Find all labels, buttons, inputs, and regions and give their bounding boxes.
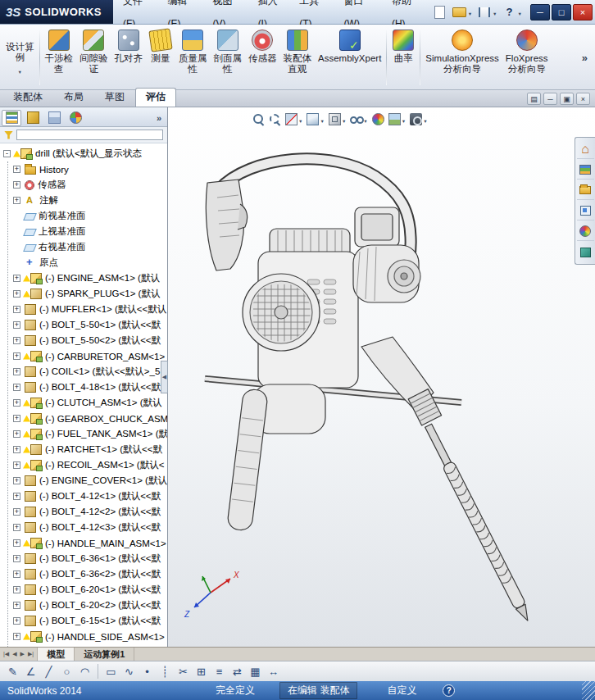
view-tool-button[interactable] [371, 112, 385, 126]
view-tool-button[interactable] [306, 112, 325, 126]
ribbon-command[interactable]: 装配体 直观 [280, 26, 316, 89]
tree-item[interactable]: (-) BOLT_6-15<1> (默认<<默 [0, 613, 167, 629]
ribbon-command[interactable]: 剖面属 性 [211, 26, 246, 89]
sketch-tool-button[interactable]: • [139, 663, 156, 680]
expand-toggle-icon[interactable] [13, 384, 20, 391]
task-pane-tab[interactable] [577, 181, 594, 200]
ribbon-command[interactable]: FloXpress 分析向导 [502, 26, 552, 89]
ribbon-command[interactable]: 测量 [146, 26, 175, 89]
expand-toggle-icon[interactable] [13, 430, 20, 438]
model-tab[interactable]: 运动算例1 [75, 648, 134, 661]
tree-item[interactable]: (-) RATCHET<1> (默认<<默 [0, 442, 167, 457]
scroll-prev-icon[interactable]: ◀ [11, 651, 17, 657]
ribbon-command[interactable]: 干涉检 查 [42, 26, 77, 89]
quick-access-button[interactable] [501, 4, 524, 20]
tree-item[interactable]: (-) ENGINE_COVER<1> (默认 [0, 473, 167, 489]
ribbon-command[interactable]: 传感器 [245, 26, 280, 89]
command-tab[interactable]: 评估 [135, 88, 176, 107]
scroll-first-icon[interactable]: |◀ [2, 651, 10, 657]
command-tab[interactable]: 装配体 [2, 88, 53, 107]
task-pane-tab[interactable] [577, 202, 594, 220]
sketch-tool-button[interactable]: ✂ [175, 663, 192, 680]
doc-restore-icon[interactable]: ▣ [560, 93, 574, 105]
expand-toggle-icon[interactable] [13, 415, 20, 422]
tree-item[interactable]: 传感器 [0, 177, 167, 193]
view-tool-button[interactable] [328, 112, 347, 126]
sketch-tool-button[interactable]: ◠ [76, 663, 93, 680]
expand-toggle-icon[interactable] [13, 306, 20, 313]
doc-minimize-icon[interactable]: ─ [543, 93, 557, 105]
tree-item[interactable]: (-) RECOIL_ASM<1> (默认< [0, 457, 167, 473]
ribbon-command[interactable]: 孔对齐 [111, 26, 147, 89]
panel-collapse-button[interactable]: ◀ [161, 361, 168, 393]
filter-input[interactable] [16, 130, 163, 140]
tree-item[interactable]: (-) COIL<1> (默认<<默认>_5 [0, 364, 167, 380]
tree-item[interactable]: (-) HANDLE_MAIN_ASM<1> [0, 535, 167, 551]
tree-item[interactable]: (-) BOLT_6-20<1> (默认<<默 [0, 582, 167, 598]
resize-grip[interactable] [582, 681, 595, 700]
custom-status-label[interactable]: 自定义 [387, 684, 416, 698]
quick-access-button[interactable] [475, 4, 498, 20]
expand-toggle-icon[interactable] [13, 197, 20, 204]
command-tab[interactable]: 草图 [94, 88, 135, 107]
expand-toggle-icon[interactable] [13, 539, 20, 547]
sketch-tool-button[interactable]: ≡ [211, 663, 228, 680]
tree-item[interactable]: (-) ENGINE_ASM<1> (默认 [0, 270, 167, 286]
expand-toggle-icon[interactable] [13, 337, 20, 344]
view-tool-button[interactable] [388, 112, 407, 126]
expand-toggle-icon[interactable] [13, 508, 20, 516]
ribbon-overflow-button[interactable]: » [576, 52, 593, 64]
expand-toggle-icon[interactable] [13, 275, 20, 282]
sketch-tool-button[interactable]: ┊ [157, 663, 174, 680]
tree-item[interactable]: (-) HANDLE_SIDE_ASM<1> [0, 629, 167, 644]
task-pane-tab[interactable] [577, 140, 594, 159]
expand-toggle-icon[interactable] [13, 602, 20, 609]
expand-toggle-icon[interactable] [13, 461, 20, 469]
tree-item[interactable]: 注解 [0, 193, 167, 208]
tree-item[interactable]: (-) BOLT_5-50<2> (默认<<默 [0, 333, 167, 348]
sketch-tool-button[interactable]: ╱ [40, 663, 57, 680]
expand-toggle-icon[interactable] [13, 446, 20, 453]
model-tab[interactable]: 模型 [38, 648, 75, 661]
ribbon-command[interactable]: 间隙验 证 [76, 26, 111, 89]
tree-item[interactable]: (-) BOLT_6-20<2> (默认<<默 [0, 598, 167, 613]
ribbon-command[interactable]: AssemblyXpert [315, 26, 384, 89]
tree-item[interactable]: (-) CARBURETOR_ASM<1> [0, 348, 167, 364]
close-button[interactable]: × [573, 4, 593, 20]
scroll-last-icon[interactable]: ▶| [27, 651, 34, 657]
view-tool-button[interactable] [268, 112, 282, 126]
tree-item[interactable]: History [0, 161, 167, 177]
tree-item[interactable]: 原点 [0, 255, 167, 270]
quick-access-button[interactable] [451, 4, 474, 20]
ribbon-command[interactable]: 设计算 例 [2, 26, 38, 89]
expand-toggle-icon[interactable] [13, 633, 20, 640]
expand-toggle-icon[interactable] [13, 368, 20, 375]
tree-item[interactable]: (-) BOLT_4-12<3> (默认<<默 [0, 520, 167, 535]
tree-item[interactable]: (-) BOLT_5-50<1> (默认<<默 [0, 317, 167, 333]
ribbon-command[interactable]: 曲率 [388, 26, 418, 89]
ribbon-command[interactable]: SimulationXpress 分析向导 [422, 26, 502, 89]
expand-toggle-icon[interactable] [3, 150, 11, 157]
sketch-tool-button[interactable]: ∠ [22, 663, 39, 680]
status-help-icon[interactable]: ? [443, 684, 455, 697]
manager-tab[interactable] [23, 110, 43, 126]
expand-toggle-icon[interactable] [13, 617, 20, 625]
task-pane-tab[interactable] [577, 161, 594, 180]
tree-item[interactable]: drill (默认<默认_显示状态 [0, 146, 167, 161]
sketch-tool-button[interactable]: ▭ [102, 663, 120, 680]
tree-item[interactable]: 前视基准面 [0, 208, 167, 224]
sketch-tool-button[interactable]: ○ [58, 663, 75, 680]
tree-item[interactable]: (-) SPARK_PLUG<1> (默认 [0, 286, 167, 302]
tree-item[interactable]: 上视基准面 [0, 224, 167, 239]
expand-toggle-icon[interactable] [13, 166, 20, 173]
view-tool-button[interactable] [349, 112, 368, 126]
ribbon-command[interactable]: 质量属 性 [175, 26, 211, 89]
sketch-tool-button[interactable]: ✎ [4, 663, 21, 680]
doc-windows-icon[interactable]: ▤ [527, 93, 541, 105]
manager-tab[interactable] [44, 110, 64, 126]
expand-toggle-icon[interactable] [13, 493, 20, 500]
tree-item[interactable]: (-) BOLT_6-36<2> (默认<<默 [0, 566, 167, 582]
task-pane-tab[interactable] [577, 222, 594, 241]
scroll-next-icon[interactable]: ▶ [20, 651, 25, 657]
expand-toggle-icon[interactable] [13, 290, 20, 298]
